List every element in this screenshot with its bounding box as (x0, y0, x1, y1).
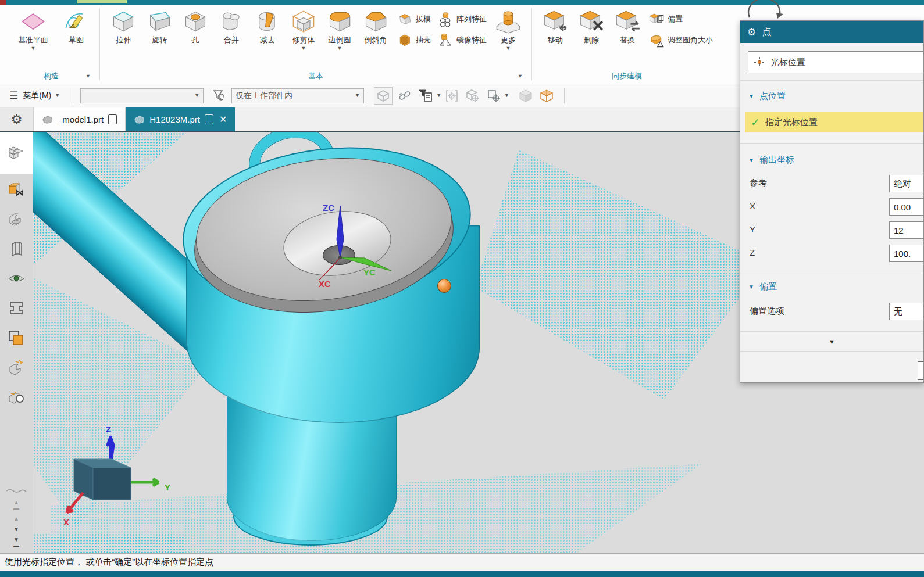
chevron-down-icon[interactable]: ▼ (301, 46, 306, 51)
chevron-down-icon[interactable]: ▼ (518, 74, 523, 79)
wcs-y-label: YC (363, 267, 376, 277)
collapse-triangle-icon[interactable]: ▼ (748, 93, 754, 99)
ribbon-group-label: 同步建模 (612, 71, 642, 81)
chevron-down-icon[interactable]: ▼ (85, 74, 91, 79)
combo-value: 光标位置 (770, 57, 805, 68)
coord-y-field[interactable]: 12 (889, 221, 924, 239)
hole-button[interactable]: 孔 (177, 6, 213, 45)
chevron-down-icon[interactable]: ▼ (55, 93, 60, 98)
work-section-cube-button[interactable] (374, 87, 393, 105)
ok-button-sliver[interactable] (918, 361, 924, 380)
collapse-triangle-icon[interactable]: ▼ (748, 157, 754, 163)
offset-region-button[interactable]: 偏置 (649, 12, 713, 27)
dialog-collapse-button[interactable]: ▼ (740, 338, 923, 345)
tab-label: H12023M.prt (149, 114, 200, 124)
reuse-library-button[interactable] (6, 299, 26, 318)
specify-cursor-row[interactable]: ✓ 指定光标位置 (745, 112, 924, 132)
point-type-combo[interactable]: 光标位置 (748, 51, 924, 73)
scroll-up-button[interactable]: ▲ (13, 516, 19, 522)
draft-button[interactable]: 拔模 (397, 12, 431, 27)
coord-z-label: Z (750, 248, 755, 257)
assembly-navigator-button[interactable] (0, 132, 33, 174)
coord-x-field[interactable]: 0.00 (889, 198, 924, 216)
chevron-down-icon[interactable]: ▼ (506, 46, 511, 51)
visualization-eye-button[interactable] (6, 269, 26, 289)
move-face-button[interactable]: 移动 (537, 6, 573, 45)
selection-type-combo[interactable]: ▼ (80, 88, 204, 103)
reference-label: 参考 (750, 178, 767, 189)
pattern-feature-button[interactable]: 阵列特征 (438, 12, 487, 27)
collapse-triangle-icon[interactable]: ▼ (748, 284, 754, 290)
selection-filter-icon[interactable] (212, 88, 227, 103)
wireframe-cube-button[interactable] (538, 88, 555, 104)
shaded-cube-button[interactable] (517, 88, 534, 104)
more-button[interactable]: 更多 ▼ (490, 6, 526, 51)
scroll-down-button[interactable]: ▼ (13, 526, 19, 532)
ribbon-button-label: 移动 (548, 35, 563, 45)
dialog-titlebar[interactable]: ⚙ 点 (740, 21, 923, 43)
constraint-navigator-button[interactable] (6, 180, 26, 200)
chevron-down-icon[interactable]: ▼ (436, 93, 441, 98)
shell-button[interactable]: 抽壳 (397, 33, 431, 48)
section-output-coords[interactable]: ▼ 输出坐标 (748, 155, 794, 166)
chevron-down-icon[interactable]: ▼ (337, 46, 343, 51)
edge-blend-button[interactable]: 边倒圆 ▼ (322, 6, 358, 51)
resize-blend-button[interactable]: 调整圆角大小 (649, 33, 713, 48)
chevron-down-icon[interactable]: ▼ (31, 46, 36, 51)
wcs-triad[interactable] (277, 184, 429, 306)
ribbon-button-label: 镜像特征 (456, 35, 487, 45)
extrude-button[interactable]: 拉伸 (105, 6, 141, 45)
find-part-button[interactable] (6, 388, 26, 407)
tab-h12023m[interactable]: H12023M.prt ✕ (126, 107, 235, 131)
tab-model1[interactable]: _model1.prt (34, 107, 126, 131)
dimensions-part-button[interactable] (6, 358, 26, 378)
scope-combo[interactable]: 仅在工作部件内 ▼ (231, 88, 364, 103)
gear-icon: ⚙ (747, 26, 756, 38)
chevron-down-icon[interactable]: ▼ (504, 93, 509, 98)
dither-patch (475, 150, 766, 400)
datum-plane-button[interactable]: 基准平面 ▼ (8, 6, 58, 51)
point-dialog[interactable]: ⚙ 点 光标位置 ▼ 点位置 ✓ 指定光标位置 ▼ 输出坐标 参考 绝对 (740, 20, 924, 383)
extrude-icon (110, 9, 136, 34)
section-offset[interactable]: ▼ 偏置 (748, 281, 777, 292)
delete-face-button[interactable]: 删除 (573, 6, 609, 45)
replace-face-button[interactable]: 替换 (609, 6, 645, 45)
offset-option-combo[interactable]: 无 (889, 303, 924, 320)
ribbon-button-label: 调整圆角大小 (668, 35, 713, 45)
hamburger-icon[interactable]: ☰ (9, 89, 18, 102)
field-value: 12 (894, 225, 904, 235)
scroll-bottom-button[interactable]: ▼▬ (13, 537, 19, 549)
trim-body-button[interactable]: 修剪体 ▼ (286, 6, 322, 51)
point-marker[interactable] (437, 279, 451, 293)
chevron-down-icon[interactable]: ▼ (190, 93, 199, 98)
reference-combo[interactable]: 绝对 (889, 175, 924, 192)
close-icon[interactable]: ✕ (219, 115, 227, 124)
zoom-selection-button[interactable] (443, 88, 461, 104)
part-icon (42, 115, 53, 124)
revolve-button[interactable]: 旋转 (141, 6, 177, 45)
view-gear-button[interactable]: ⚙ (0, 107, 34, 131)
unite-button[interactable]: 合并 (213, 6, 249, 45)
part-navigator-button[interactable] (6, 210, 26, 230)
link-chain-button[interactable] (396, 88, 413, 104)
filter-list-button[interactable] (417, 88, 434, 104)
scroll-top-button[interactable]: ▲▬ (13, 500, 19, 511)
subtract-button[interactable]: 减去 (249, 6, 286, 45)
sketch-button[interactable]: 草图 (58, 6, 94, 45)
rect-select-button[interactable] (485, 88, 502, 104)
chamfer-button[interactable]: 倒斜角 (358, 6, 394, 45)
dialog-title: 点 (762, 26, 771, 38)
cube-point-button[interactable] (464, 88, 481, 104)
history-button[interactable] (6, 239, 26, 259)
section-point-location[interactable]: ▼ 点位置 (748, 91, 786, 102)
hole-icon (183, 9, 208, 34)
mirror-feature-button[interactable]: 镜像特征 (438, 33, 487, 48)
menu-button[interactable]: 菜单(M) (23, 91, 51, 101)
chevron-down-icon[interactable]: ▼ (350, 93, 360, 98)
view-triad[interactable] (51, 411, 190, 545)
shell-icon (397, 33, 412, 48)
splitter-handle[interactable] (6, 488, 27, 493)
divider (740, 143, 923, 144)
layers-button[interactable] (6, 328, 26, 348)
coord-z-field[interactable]: 100. (889, 245, 924, 262)
